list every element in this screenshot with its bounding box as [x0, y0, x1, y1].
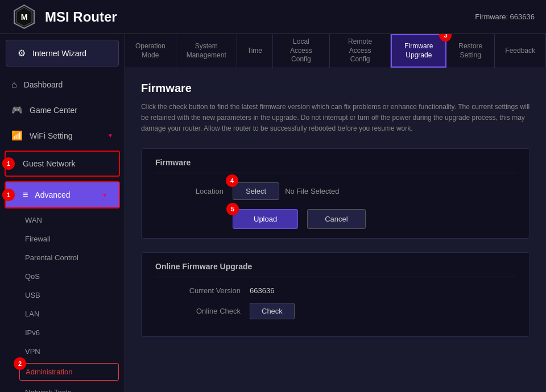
upload-button[interactable]: Upload: [233, 209, 298, 229]
tab-operation-mode[interactable]: Operation Mode: [125, 34, 176, 68]
sidebar-sub-qos[interactable]: QoS: [0, 267, 125, 286]
sidebar-item-advanced[interactable]: ≡ Advanced ▼: [6, 182, 119, 207]
step-badge-1b: 1: [2, 189, 15, 201]
tab-time[interactable]: Time: [237, 34, 273, 68]
tab-restore-setting[interactable]: Restore Setting: [446, 34, 495, 68]
sidebar-label-game-center: Game Center: [30, 106, 77, 115]
step-badge-2: 2: [14, 357, 26, 370]
svg-text:M: M: [21, 12, 28, 22]
tab-firmware-upgrade[interactable]: 3 Firmware Upgrade: [391, 34, 446, 68]
firmware-section-title: Firmware: [155, 158, 516, 173]
location-label: Location: [155, 187, 224, 195]
online-section-title: Online Firmware Upgrade: [155, 262, 516, 277]
app-title: MSI Router: [45, 9, 117, 25]
online-firmware-section: Online Firmware Upgrade Current Version …: [141, 252, 530, 337]
cancel-button[interactable]: Cancel: [307, 209, 365, 229]
online-check-label: Online Check: [155, 307, 241, 315]
chevron-down-icon: ▼: [107, 132, 113, 139]
current-version-label: Current Version: [155, 286, 241, 295]
sidebar-label-internet-wizard: Internet Wizard: [32, 49, 86, 58]
wifi-icon: 📶: [11, 130, 23, 141]
step-badge-4: 4: [226, 174, 238, 187]
sidebar-sub-firewall[interactable]: Firewall: [0, 230, 125, 248]
tab-local-access-config[interactable]: Local Access Config: [273, 34, 330, 68]
page-content: Firmware Click the check button to find …: [125, 68, 546, 392]
select-wrapper: 4 Select: [233, 182, 279, 200]
main-layout: ⚙ Internet Wizard ⌂ Dashboard 🎮 Game Cen…: [0, 34, 546, 392]
tab-feedback[interactable]: Feedback: [495, 34, 546, 68]
tab-bar: Operation Mode System Management Time Lo…: [125, 34, 546, 68]
sidebar-label-advanced: Advanced: [35, 190, 70, 199]
sidebar-item-internet-wizard[interactable]: ⚙ Internet Wizard: [6, 40, 119, 66]
content-area: Operation Mode System Management Time Lo…: [125, 34, 546, 392]
tab-system-management[interactable]: System Management: [176, 34, 237, 68]
sidebar-item-game-center[interactable]: 🎮 Game Center: [0, 97, 125, 123]
online-check-row: Online Check Check: [155, 303, 516, 319]
location-row: Location 4 Select No File Selected: [155, 182, 516, 200]
sidebar-sub-wan[interactable]: WAN: [0, 211, 125, 230]
page-title: Firmware: [141, 82, 530, 95]
upload-cancel-row: 5 Upload Cancel: [233, 209, 516, 229]
current-version-row: Current Version 663636: [155, 286, 516, 295]
sidebar-sub-network-tools[interactable]: Network Tools: [0, 383, 125, 392]
sidebar-item-wifi-setting[interactable]: 📶 WiFi Setting ▼: [0, 123, 125, 148]
sliders-icon: ≡: [23, 190, 28, 200]
firmware-section: Firmware Location 4 Select No File Selec…: [141, 148, 530, 239]
sidebar: ⚙ Internet Wizard ⌂ Dashboard 🎮 Game Cen…: [0, 34, 125, 392]
guest-network-box: 1 Guest Network: [5, 151, 120, 177]
advanced-box: 1 ≡ Advanced ▼: [5, 181, 120, 208]
sidebar-label-dashboard: Dashboard: [24, 80, 63, 89]
chevron-down-icon-2: ▼: [102, 192, 107, 198]
sidebar-sub-usb[interactable]: USB: [0, 286, 125, 305]
gamepad-icon: 🎮: [11, 105, 23, 115]
no-file-selected-text: No File Selected: [285, 187, 339, 195]
sidebar-sub-administration[interactable]: Administration: [20, 364, 118, 380]
sidebar-sub-parental-control[interactable]: Parental Control: [0, 248, 125, 267]
sidebar-sub-ipv6[interactable]: IPv6: [0, 323, 125, 342]
file-select-controls: 4 Select No File Selected: [233, 182, 340, 200]
page-description: Click the check button to find the lates…: [141, 102, 530, 135]
sidebar-item-guest-network[interactable]: Guest Network: [6, 152, 119, 176]
current-version-value: 663636: [250, 286, 274, 295]
sidebar-sub-lan[interactable]: LAN: [0, 305, 125, 323]
tab-remote-access-config[interactable]: Remote Access Config: [330, 34, 391, 68]
firmware-version: Firmware: 663636: [475, 12, 535, 21]
msi-logo: M: [11, 4, 37, 30]
step-badge-1: 1: [2, 157, 15, 170]
sidebar-label-wifi-setting: WiFi Setting: [30, 131, 72, 140]
step-badge-5: 5: [226, 203, 239, 215]
gear-icon: ⚙: [18, 48, 26, 59]
tab-firmware-upgrade-label: Firmware Upgrade: [402, 42, 435, 60]
home-icon: ⌂: [11, 80, 17, 90]
select-button[interactable]: Select: [233, 182, 279, 200]
administration-box: 2 Administration: [19, 363, 119, 381]
header: M MSI Router Firmware: 663636: [0, 0, 546, 34]
sidebar-label-guest-network: Guest Network: [23, 159, 76, 168]
sidebar-item-dashboard[interactable]: ⌂ Dashboard: [0, 72, 125, 97]
check-button[interactable]: Check: [250, 303, 295, 319]
